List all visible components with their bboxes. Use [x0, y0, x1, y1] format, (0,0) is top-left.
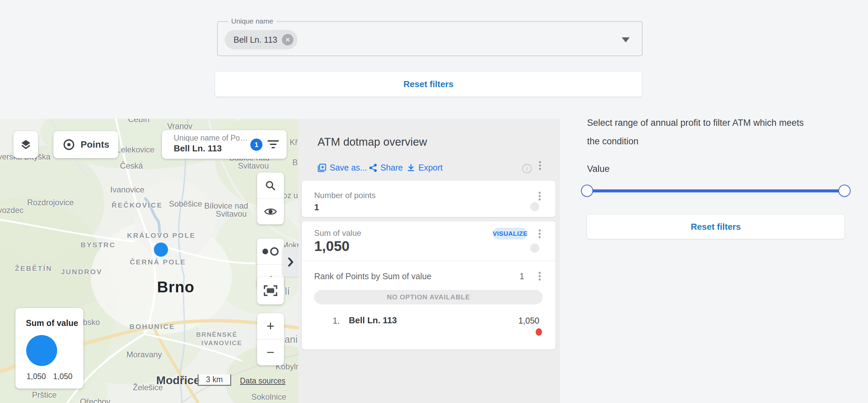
map-label: Prštice: [32, 390, 57, 400]
share-button[interactable]: Share: [369, 163, 403, 173]
reset-filters-button-top[interactable]: Reset filters: [215, 71, 642, 96]
range-filter-heading-line1: Select range of annual profit to filter …: [587, 114, 846, 132]
map-label: Ivanovice: [110, 185, 144, 195]
card-kebab-menu[interactable]: [539, 192, 541, 194]
slider-track[interactable]: [587, 190, 844, 193]
share-icon: [369, 164, 377, 172]
export-label: Export: [418, 163, 442, 173]
scale-label: 3 km: [206, 375, 223, 384]
map-label: Česká: [120, 161, 143, 171]
card-kebab-menu[interactable]: [539, 229, 541, 231]
save-as-label: Save as...: [330, 163, 367, 173]
rank-kebab-menu[interactable]: [539, 272, 541, 274]
map-label: Rozdrojovice: [27, 198, 74, 207]
rank-title: Rank of Points by Sum of value: [314, 271, 432, 281]
map-label: Moravany: [126, 350, 162, 359]
dot-circle-compare-button[interactable]: [257, 238, 284, 264]
chevron-down-icon[interactable]: [622, 37, 630, 42]
eye-icon: [264, 207, 277, 216]
drag-handle[interactable]: [530, 202, 539, 211]
chevron-right-icon: [288, 257, 294, 267]
map-legend-card: Sum of value 1,050 1,050: [16, 308, 83, 388]
map-label: Kř: [290, 138, 298, 147]
map-visibility-button[interactable]: [257, 199, 284, 224]
atm-dotmap-app: { "theme": { "accent": "#1a73e8", "legen…: [0, 0, 868, 403]
map-label: KRÁLOVO POLE: [127, 231, 195, 239]
map-label: lí: [285, 286, 290, 297]
map-label: BRNĚNSKÉ: [196, 331, 238, 338]
map-label: ČERNÁ POLE: [130, 258, 186, 266]
rank-row-index: 1.: [333, 316, 340, 326]
no-option-pill: NO OPTION AVAILABLE: [314, 290, 543, 305]
card-label: Number of points: [314, 191, 376, 200]
map-label: BYSTRC: [81, 241, 116, 249]
fit-bounds-button[interactable]: [257, 277, 284, 305]
map-canvas[interactable]: Čebín Vranov Lelekovice Babice nad Svita…: [0, 119, 299, 403]
dashboard-title: ATM dotmap overview: [317, 136, 427, 148]
map-label: ŘEČKOVICE: [112, 201, 163, 209]
legend-circle-symbol: [26, 335, 57, 366]
layers-button[interactable]: [13, 131, 38, 158]
drag-handle[interactable]: [530, 243, 539, 253]
search-icon: [265, 180, 276, 192]
save-as-icon: [317, 164, 326, 172]
map-filter-card[interactable]: Unique name of Po… Bell Ln. 113 1: [162, 130, 287, 159]
info-icon[interactable]: i: [522, 164, 532, 173]
range-filter-heading-line2: the condition: [587, 132, 846, 151]
filled-dot-icon: [262, 249, 268, 254]
export-button[interactable]: Export: [407, 163, 442, 173]
filter-chip-label: Bell Ln. 113: [234, 35, 277, 45]
unique-name-filter[interactable]: Unique name Bell Ln. 113 ✕: [217, 21, 643, 56]
map-label: Svitavou: [238, 161, 269, 171]
points-layer-button[interactable]: Points: [54, 131, 118, 158]
legend-title: Sum of value: [26, 318, 78, 328]
rank-count: 1: [520, 271, 524, 281]
map-label: Lelekovice: [116, 145, 154, 154]
data-sources-link[interactable]: Data sources: [240, 376, 286, 385]
map-label: JUNDROV: [61, 268, 102, 276]
zoom-out-button[interactable]: −: [257, 339, 284, 365]
map-scale-bar: 3 km: [197, 374, 231, 386]
filter-icon[interactable]: [267, 140, 279, 150]
map-search-visibility-group: [257, 173, 284, 224]
filter-count-badge: 1: [250, 139, 262, 151]
points-button-label: Points: [81, 139, 110, 150]
map-label: Svitavou: [216, 209, 247, 219]
share-label: Share: [380, 163, 403, 173]
map-data-point[interactable]: [154, 242, 168, 257]
save-as-button[interactable]: Save as...: [317, 163, 367, 173]
map-label: Vranov: [167, 121, 192, 131]
chip-close-icon[interactable]: ✕: [282, 34, 293, 46]
export-icon: [407, 164, 415, 172]
card-value: 1,050: [314, 238, 349, 254]
map-label: Soběšice: [169, 199, 202, 208]
zoom-control-group: + −: [257, 313, 284, 365]
reset-filters-button-right[interactable]: Reset filters: [587, 214, 844, 239]
divider: [302, 261, 556, 261]
map-label: BOHUNICE: [129, 323, 175, 331]
map-label-brno: Brno: [157, 278, 194, 296]
value-range-slider[interactable]: [587, 183, 844, 198]
points-icon: [62, 138, 75, 151]
unique-name-filter-label: Unique name: [228, 17, 277, 25]
slider-label: Value: [587, 164, 610, 174]
rank-row-name[interactable]: Bell Ln. 113: [349, 315, 397, 326]
map-label: bsko: [83, 318, 100, 327]
layers-icon: [20, 139, 32, 151]
legend-max-value: 1,050: [53, 372, 72, 381]
expand-panel-tab[interactable]: [283, 247, 299, 277]
map-label: B: [292, 158, 298, 167]
filter-chip-bell-ln-113[interactable]: Bell Ln. 113 ✕: [225, 30, 298, 50]
map-search-button[interactable]: [257, 173, 284, 199]
dashboard-panel: ATM dotmap overview Save as... Share Exp…: [299, 119, 560, 403]
slider-handle-min[interactable]: [581, 185, 593, 197]
zoom-in-button[interactable]: +: [257, 313, 284, 339]
number-of-points-card: Number of points 1: [302, 181, 556, 217]
map-label: Ořechov: [80, 397, 111, 403]
sum-of-value-card: Sum of value 1,050 VISUALIZE Rank of Poi…: [302, 221, 556, 349]
slider-handle-max[interactable]: [838, 185, 850, 197]
card-value: 1: [314, 202, 319, 212]
map-label: ŽEBĚTÍN: [15, 264, 53, 272]
visualize-badge[interactable]: VISUALIZE: [493, 228, 528, 239]
dashboard-kebab-menu[interactable]: [539, 161, 541, 163]
